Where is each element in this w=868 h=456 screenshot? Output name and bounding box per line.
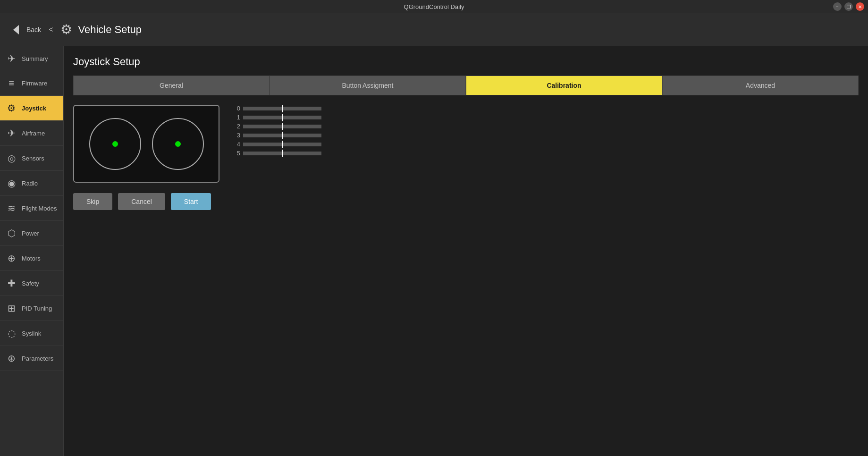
sidebar-label-parameters: Parameters xyxy=(22,355,53,362)
right-joystick xyxy=(152,118,204,170)
sidebar-item-safety[interactable]: ✚ Safety xyxy=(0,271,63,296)
window-title: QGroundControl Daily xyxy=(404,3,464,10)
axis-bar-right-5 xyxy=(283,152,321,155)
axis-row-1: 1 xyxy=(234,114,328,121)
minimize-button[interactable]: − xyxy=(833,2,842,11)
axis-bar-left-4 xyxy=(243,143,282,146)
sidebar: ✈ Summary ≡ Firmware ⚙ Joystick ✈ Airfra… xyxy=(0,46,64,456)
sidebar-label-summary: Summary xyxy=(22,55,48,62)
axis-bar-3 xyxy=(243,133,323,138)
axis-divider-4 xyxy=(282,141,283,148)
titlebar: QGroundControl Daily − ❐ ✕ xyxy=(0,0,868,13)
window-controls: − ❐ ✕ xyxy=(833,2,864,11)
parameters-icon: ⊛ xyxy=(6,353,17,364)
back-label: Back xyxy=(26,26,41,34)
motors-icon: ⊕ xyxy=(6,253,17,264)
axis-row-4: 4 xyxy=(234,141,328,148)
close-button[interactable]: ✕ xyxy=(856,2,864,11)
axis-label-1: 1 xyxy=(234,114,240,121)
axis-bars: 0 1 2 xyxy=(234,105,328,157)
start-button[interactable]: Start xyxy=(171,193,211,210)
tab-general[interactable]: General xyxy=(73,76,270,95)
sidebar-item-pid-tuning[interactable]: ⊞ PID Tuning xyxy=(0,296,63,321)
skip-button[interactable]: Skip xyxy=(73,193,112,210)
sidebar-label-radio: Radio xyxy=(22,180,38,187)
back-arrow-icon xyxy=(9,23,24,37)
joystick-display xyxy=(73,105,219,183)
radio-icon: ◉ xyxy=(6,177,17,189)
sidebar-label-firmware: Firmware xyxy=(22,80,47,87)
axis-label-5: 5 xyxy=(234,150,240,157)
page-title: Joystick Setup xyxy=(73,56,859,68)
pid-tuning-icon: ⊞ xyxy=(6,303,17,314)
axis-bar-left-2 xyxy=(243,125,282,128)
sidebar-label-pid-tuning: PID Tuning xyxy=(22,305,52,312)
axis-row-3: 3 xyxy=(234,132,328,139)
vehicle-setup-title: Vehicle Setup xyxy=(78,24,142,36)
axis-bar-4 xyxy=(243,142,323,147)
airframe-icon: ✈ xyxy=(6,127,17,139)
sidebar-label-syslink: Syslink xyxy=(22,330,41,337)
sidebar-item-syslink[interactable]: ◌ Syslink xyxy=(0,321,63,346)
sidebar-item-radio[interactable]: ◉ Radio xyxy=(0,171,63,196)
sidebar-item-firmware[interactable]: ≡ Firmware xyxy=(0,71,63,96)
sidebar-item-summary[interactable]: ✈ Summary xyxy=(0,46,63,71)
axis-bar-right-4 xyxy=(283,143,321,146)
syslink-icon: ◌ xyxy=(6,328,17,339)
maximize-button[interactable]: ❐ xyxy=(844,2,853,11)
svg-marker-0 xyxy=(13,25,19,34)
cancel-button[interactable]: Cancel xyxy=(118,193,165,210)
axis-bar-right-3 xyxy=(283,134,321,137)
content-area: Joystick Setup General Button Assigment … xyxy=(64,46,868,456)
left-joystick-dot xyxy=(112,141,118,147)
power-icon: ⬡ xyxy=(6,228,17,239)
sidebar-label-sensors: Sensors xyxy=(22,155,44,162)
axis-bar-right-1 xyxy=(283,116,321,119)
axis-row-5: 5 xyxy=(234,150,328,157)
sidebar-item-power[interactable]: ⬡ Power xyxy=(0,221,63,246)
sidebar-item-flight-modes[interactable]: ≋ Flight Modes xyxy=(0,196,63,221)
sidebar-item-parameters[interactable]: ⊛ Parameters xyxy=(0,346,63,371)
axis-bar-left-1 xyxy=(243,116,282,119)
flight-modes-icon: ≋ xyxy=(6,203,17,214)
axis-bar-1 xyxy=(243,115,323,120)
safety-icon: ✚ xyxy=(6,278,17,289)
sidebar-item-sensors[interactable]: ◎ Sensors xyxy=(0,146,63,171)
sidebar-item-joystick[interactable]: ⚙ Joystick xyxy=(0,96,63,121)
tab-calibration[interactable]: Calibration xyxy=(466,76,662,95)
axis-label-4: 4 xyxy=(234,141,240,148)
sidebar-label-safety: Safety xyxy=(22,280,39,287)
axis-label-3: 3 xyxy=(234,132,240,139)
sidebar-label-airframe: Airframe xyxy=(22,130,45,137)
axis-bar-5 xyxy=(243,151,323,156)
settings-icon: ⚙ xyxy=(60,22,72,37)
axis-bar-left-0 xyxy=(243,107,282,110)
axis-divider-0 xyxy=(282,105,283,112)
axis-bar-left-3 xyxy=(243,134,282,137)
separator: < xyxy=(49,25,53,34)
main-layout: ✈ Summary ≡ Firmware ⚙ Joystick ✈ Airfra… xyxy=(0,46,868,456)
left-joystick xyxy=(89,118,141,170)
axis-bar-2 xyxy=(243,124,323,129)
axis-bar-right-0 xyxy=(283,107,321,110)
back-button[interactable]: Back xyxy=(9,23,41,37)
sidebar-item-airframe[interactable]: ✈ Airframe xyxy=(0,121,63,146)
sensors-icon: ◎ xyxy=(6,152,17,164)
axis-label-2: 2 xyxy=(234,123,240,130)
sidebar-label-joystick: Joystick xyxy=(22,105,46,112)
axis-bar-left-5 xyxy=(243,152,282,155)
tab-button-assignment[interactable]: Button Assigment xyxy=(270,76,466,95)
right-joystick-dot xyxy=(175,141,181,147)
axis-divider-2 xyxy=(282,123,283,130)
sidebar-label-flight-modes: Flight Modes xyxy=(22,205,57,212)
sidebar-item-motors[interactable]: ⊕ Motors xyxy=(0,246,63,271)
axis-label-0: 0 xyxy=(234,105,240,112)
action-buttons: Skip Cancel Start xyxy=(73,193,859,210)
summary-icon: ✈ xyxy=(6,53,17,64)
tab-advanced[interactable]: Advanced xyxy=(662,76,859,95)
top-header: Back < ⚙ Vehicle Setup xyxy=(0,13,868,46)
firmware-icon: ≡ xyxy=(6,78,17,89)
tabs-container: General Button Assigment Calibration Adv… xyxy=(73,76,859,95)
axis-divider-5 xyxy=(282,150,283,157)
axis-row-0: 0 xyxy=(234,105,328,112)
